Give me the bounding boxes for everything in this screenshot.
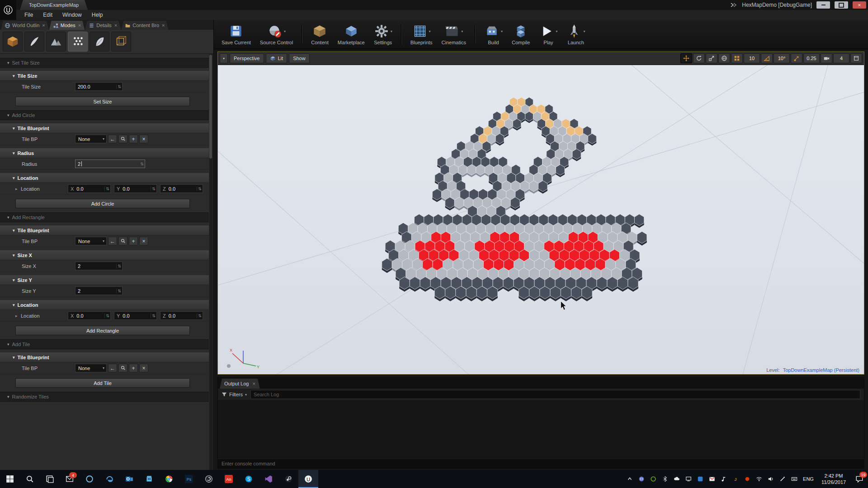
tray-bluetooth[interactable]	[659, 470, 671, 488]
tray-touch-keyboard[interactable]	[788, 470, 800, 488]
spinner-icon[interactable]: ⇅	[151, 314, 156, 318]
tray-network[interactable]	[753, 470, 765, 488]
perspective-button[interactable]: Perspective	[230, 53, 264, 63]
add-element-button[interactable]: +	[129, 135, 138, 143]
close-icon[interactable]: ×	[252, 381, 255, 386]
tile-bp-select[interactable]: None ▾	[75, 237, 107, 245]
close-icon[interactable]: ×	[114, 23, 117, 28]
tray-nvidia[interactable]	[647, 470, 659, 488]
scrollbar-thumb[interactable]	[209, 55, 212, 159]
size-x-input[interactable]: 2 ⇅	[75, 262, 123, 270]
rotation-snap-button[interactable]	[761, 53, 773, 63]
group-location[interactable]: ▾ Location	[0, 300, 209, 310]
tray-volume[interactable]	[765, 470, 777, 488]
grid-snap-button[interactable]	[731, 53, 743, 63]
rotate-tool-button[interactable]	[693, 53, 705, 63]
spinner-icon[interactable]: ⇅	[139, 162, 145, 166]
viewport-canvas[interactable]: X Y Level: TopDownExampleMap (Persistent…	[218, 65, 864, 374]
scale-snap-button[interactable]	[791, 53, 802, 63]
tray-chevron-up[interactable]	[624, 470, 636, 488]
browse-button[interactable]	[118, 364, 127, 372]
taskbar-chrome[interactable]	[159, 470, 179, 488]
spinner-icon[interactable]: ⇅	[116, 264, 122, 268]
expander-icon[interactable]: ▸	[15, 187, 21, 191]
world-coordinate-button[interactable]	[718, 53, 730, 63]
close-icon[interactable]: ×	[78, 23, 81, 28]
group-size-y[interactable]: ▾ Size Y	[0, 275, 209, 285]
add-tile-button[interactable]: Add Tile	[15, 378, 190, 388]
group-tile-blueprint[interactable]: ▾ Tile Blueprint	[0, 123, 209, 133]
menu-edit[interactable]: Edit	[38, 10, 57, 19]
maximize-viewport-button[interactable]	[850, 53, 862, 63]
use-selected-button[interactable]: ←	[108, 135, 117, 143]
chevron-down-icon[interactable]: ▾	[583, 29, 585, 33]
taskbar-outlook[interactable]	[119, 470, 139, 488]
minimize-button[interactable]	[816, 1, 830, 9]
taskbar-github[interactable]	[278, 470, 298, 488]
taskbar-search-button[interactable]	[20, 470, 40, 488]
location-z-input[interactable]: Z 0.0 ⇅	[160, 184, 203, 193]
browse-button[interactable]	[118, 135, 127, 143]
viewport-options-button[interactable]: ▾	[220, 53, 228, 63]
add-circle-button[interactable]: Add Circle	[15, 199, 190, 208]
dock-tab-world-outlin[interactable]: World Outlin×	[1, 21, 49, 30]
blueprints-button[interactable]: ▾Blueprints	[407, 22, 436, 47]
group-location[interactable]: ▾ Location	[0, 173, 209, 183]
taskbar-store[interactable]	[139, 470, 159, 488]
use-selected-button[interactable]: ←	[108, 364, 117, 372]
marketplace-button[interactable]: Marketplace	[335, 22, 368, 47]
chevron-down-icon[interactable]: ▾	[429, 29, 431, 33]
group-tile-blueprint[interactable]: ▾ Tile Blueprint	[0, 352, 209, 362]
taskbar-cortana[interactable]	[80, 470, 99, 488]
spinner-icon[interactable]: ⇅	[197, 187, 203, 191]
clear-button[interactable]: ×	[139, 237, 148, 245]
spinner-icon[interactable]: ⇅	[151, 187, 156, 191]
add-element-button[interactable]: +	[129, 364, 138, 372]
menu-file[interactable]: File	[20, 10, 38, 19]
console-command-input[interactable]	[218, 461, 864, 466]
section-add-tile[interactable]: ▾ Add Tile	[0, 339, 209, 349]
maximize-button[interactable]	[835, 1, 848, 9]
show-button[interactable]: Show	[289, 53, 310, 63]
grid-snap-value[interactable]: 10	[744, 53, 760, 63]
taskbar-edge[interactable]	[99, 470, 119, 488]
filters-button[interactable]: Filters ▾	[222, 392, 247, 397]
location-x-input[interactable]: X 0.0 ⇅	[68, 311, 111, 320]
compile-button[interactable]: Compile	[509, 22, 533, 47]
spinner-icon[interactable]: ⇅	[104, 314, 110, 318]
launch-button[interactable]: ▾Launch	[563, 22, 588, 47]
expander-icon[interactable]: ▸	[15, 314, 21, 318]
settings-button[interactable]: ▾Settings	[371, 22, 396, 47]
foliage-mode-button[interactable]	[90, 32, 109, 52]
taskbar-obs[interactable]	[199, 470, 219, 488]
taskbar-clock[interactable]: 2:42 PM 11/26/2017	[816, 470, 851, 488]
chevron-down-icon[interactable]: ▾	[501, 29, 503, 33]
group-tile-size[interactable]: ▾ Tile Size	[0, 71, 209, 81]
section-randomize-tiles[interactable]: ▾ Randomize Tiles	[0, 392, 209, 402]
tray-music[interactable]	[718, 470, 730, 488]
menu-help[interactable]: Help	[87, 10, 108, 19]
rotation-snap-value[interactable]: 10°	[774, 53, 790, 63]
scale-tool-button[interactable]	[706, 53, 717, 63]
section-add-circle[interactable]: ▾ Add Circle	[0, 110, 209, 120]
tray-onedrive[interactable]	[671, 470, 683, 488]
taskbar-photoshop[interactable]: Ps	[179, 470, 199, 488]
taskbar-skype[interactable]: S	[239, 470, 259, 488]
content-button[interactable]: Content	[308, 22, 332, 47]
camera-speed-value[interactable]: 4	[833, 53, 849, 63]
tray-gmail[interactable]	[706, 470, 718, 488]
spinner-icon[interactable]: ⇅	[116, 289, 122, 293]
clear-button[interactable]: ×	[139, 135, 148, 143]
sculpt-mode-button[interactable]	[24, 32, 44, 52]
geometry-mode-button[interactable]	[111, 32, 131, 52]
group-tile-blueprint[interactable]: ▾ Tile Blueprint	[0, 225, 209, 235]
section-set-tile-size[interactable]: ▾ Set Tile Size	[0, 58, 209, 68]
taskbar-analytics[interactable]: An	[219, 470, 239, 488]
group-size-x[interactable]: ▾ Size X	[0, 250, 209, 260]
menu-window[interactable]: Window	[58, 10, 86, 19]
viewport[interactable]: ▾ Perspective Lit Show 10 10°	[217, 52, 864, 375]
log-output-area[interactable]	[218, 401, 864, 459]
browse-button[interactable]	[118, 237, 127, 245]
taskbar-visual-studio[interactable]	[259, 470, 278, 488]
radius-input[interactable]: 2 ⇅	[75, 160, 145, 168]
